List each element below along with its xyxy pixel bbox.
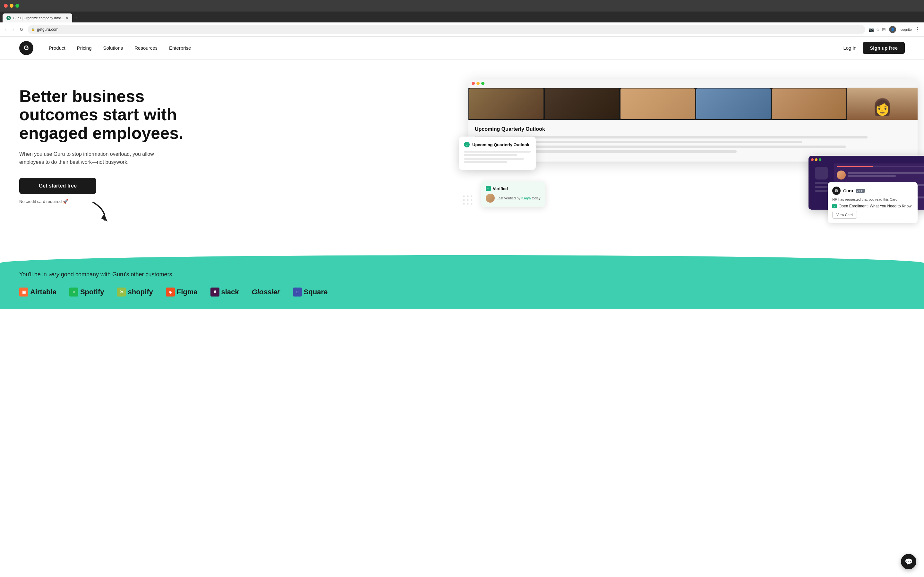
signup-button[interactable]: Sign up free (863, 42, 905, 54)
slack-msg-line-2 (848, 175, 896, 177)
slack-sidebar-line (815, 182, 828, 184)
verified-header: ✓ Verified (486, 186, 541, 191)
guru-card-message: HR has requested that you read this Card (832, 197, 913, 201)
svg-point-15 (471, 199, 473, 201)
slack-sidebar-line-3 (815, 190, 828, 192)
s-maximize (819, 158, 821, 161)
star-icon[interactable]: ☆ (876, 27, 880, 32)
svg-point-10 (463, 195, 465, 197)
nav-product[interactable]: Product (49, 45, 65, 51)
url-bar[interactable]: 🔒 getguru.com (28, 25, 865, 34)
svg-point-13 (463, 199, 465, 201)
bottom-wave-section: You'll be in very good company with Guru… (0, 255, 924, 309)
figma-icon: ◈ (166, 287, 175, 297)
participant-1 (469, 89, 543, 119)
logo-spotify: ♫ Spotify (69, 287, 104, 297)
verified-label: Verified (493, 186, 508, 191)
hero-left: Better business outcomes start with enga… (19, 79, 462, 233)
participant-5 (772, 89, 846, 119)
tab-close-icon[interactable]: ✕ (66, 16, 68, 20)
hero-section: Better business outcomes start with enga… (0, 60, 924, 245)
close-button[interactable] (4, 4, 8, 8)
participant-4 (696, 89, 771, 119)
view-card-button[interactable]: View Card (832, 211, 857, 219)
participant-2 (545, 89, 619, 119)
doc-title: Upcoming Quarterly Outlook (475, 126, 911, 132)
nav-enterprise[interactable]: Enterprise (169, 45, 191, 51)
browser-chrome (0, 0, 924, 11)
new-tab-button[interactable]: + (72, 13, 80, 23)
slack-message-1 (837, 171, 924, 179)
incognito-button[interactable]: 👤 Incognito (889, 26, 912, 33)
logo-figma: ◈ Figma (166, 287, 198, 297)
square-icon: □ (293, 287, 302, 297)
forward-button[interactable]: › (11, 26, 15, 33)
traffic-lights (4, 4, 19, 8)
w-close (472, 82, 475, 85)
window-chrome (468, 79, 918, 88)
svg-point-11 (467, 195, 469, 197)
s-close (811, 158, 814, 161)
card-line-1 (464, 151, 531, 153)
slack-progress-fill (837, 166, 873, 167)
login-button[interactable]: Log in (843, 45, 856, 51)
tab-favicon: G (6, 16, 11, 20)
guru-card-title: Guru (843, 189, 853, 193)
card-line-3 (464, 158, 524, 160)
nav-pricing[interactable]: Pricing (77, 45, 92, 51)
card-check-icon: ✓ (464, 142, 470, 147)
guru-logo-small: G (832, 187, 841, 195)
back-button[interactable]: ‹ (4, 26, 8, 33)
company-logos-row: ▦ Airtable ♫ Spotify 🛍 shopify ◈ Figma #… (19, 287, 905, 297)
get-started-button[interactable]: Get started free (19, 178, 96, 194)
grid-icon[interactable]: ⊞ (882, 27, 886, 32)
participant-3 (620, 89, 695, 119)
logo-slack: # slack (210, 287, 239, 297)
lock-icon: 🔒 (31, 27, 35, 31)
spotify-icon: ♫ (69, 287, 78, 297)
verified-popup: ✓ Verified Last verified by Kaiya today (481, 181, 545, 207)
card-link-text: Open Enrollment: What You Need to Know (838, 204, 911, 208)
url-text: getguru.com (37, 27, 58, 32)
verified-check-icon: ✓ (486, 186, 491, 191)
w-minimize (477, 82, 480, 85)
card-title: Upcoming Quarterly Outlook (472, 142, 529, 147)
hero-right: 👩 Upcoming Quarterly Outlook ✓ Upcoming (462, 79, 905, 233)
site-logo[interactable]: G (19, 41, 33, 55)
verified-detail: Last verified by Kaiya today (486, 193, 541, 203)
doc-panel: Upcoming Quarterly Outlook (468, 120, 918, 161)
video-participants: 👩 (468, 88, 918, 120)
nav-resources[interactable]: Resources (134, 45, 158, 51)
active-participant: 👩 (847, 88, 918, 120)
dot-decoration-2 (462, 194, 473, 207)
app-window: 👩 Upcoming Quarterly Outlook (468, 79, 918, 161)
incognito-avatar: 👤 (889, 26, 896, 33)
slack-avatar-1 (837, 171, 846, 179)
tab-title: Guru | Organize company infor... (13, 16, 64, 20)
menu-icon[interactable]: ⋮ (915, 26, 920, 32)
site-header: G Product Pricing Solutions Resources En… (0, 37, 924, 60)
card-title-row: ✓ Upcoming Quarterly Outlook (464, 142, 531, 147)
cursor-decoration (90, 201, 520, 224)
maximize-button[interactable] (15, 4, 19, 8)
hero-title: Better business outcomes start with enga… (19, 87, 199, 142)
floating-card: ✓ Upcoming Quarterly Outlook (459, 137, 536, 170)
hero-subtitle: When you use Guru to stop information ov… (19, 150, 173, 166)
camera-icon: 📷 (869, 27, 874, 32)
refresh-button[interactable]: ↻ (18, 26, 25, 33)
airtable-icon: ▦ (19, 287, 28, 297)
svg-point-18 (471, 203, 473, 205)
s-minimize (815, 158, 817, 161)
guru-card-header: G Guru APP (832, 187, 913, 195)
verified-description: Last verified by Kaiya today (497, 196, 540, 200)
nav-solutions[interactable]: Solutions (103, 45, 123, 51)
shopify-icon: 🛍 (117, 287, 126, 297)
customers-link[interactable]: customers (145, 271, 172, 277)
slack-chrome (809, 156, 924, 163)
slack-sidebar-icon (815, 167, 828, 179)
slack-msg-content-1 (848, 172, 924, 178)
logo-airtable: ▦ Airtable (19, 287, 57, 297)
active-tab[interactable]: G Guru | Organize company infor... ✕ (3, 13, 72, 23)
logo-shopify: 🛍 shopify (117, 287, 153, 297)
minimize-button[interactable] (10, 4, 13, 8)
